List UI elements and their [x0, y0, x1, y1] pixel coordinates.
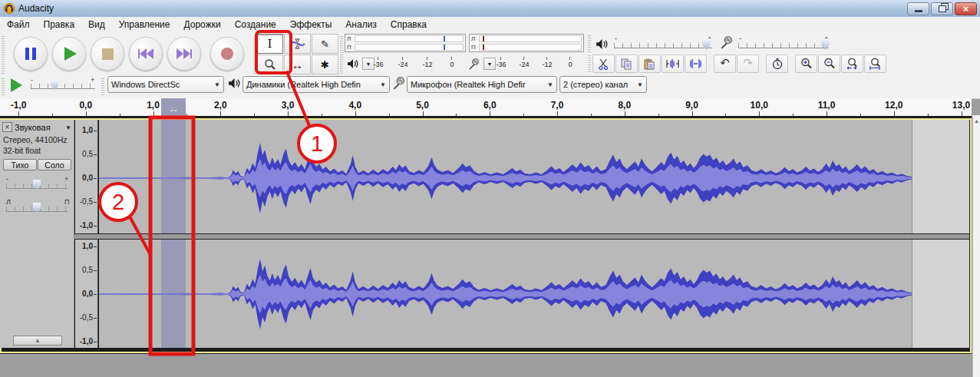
output-volume-slider[interactable]: [614, 43, 712, 48]
input-channels-dropdown[interactable]: 2 (стерео) канал ▼: [559, 76, 647, 93]
timeshift-tool-icon: ↔: [292, 58, 303, 71]
timeline-major-tick: [557, 111, 558, 116]
timeline-major-tick: [220, 111, 221, 116]
mute-button[interactable]: Тихо: [3, 159, 37, 170]
timeline-label-8,0: 8,0: [608, 100, 642, 111]
meter-scale-tick: [546, 57, 547, 60]
multi-tool-button[interactable]: ✱: [312, 55, 338, 74]
output-volume-speaker: [596, 38, 608, 53]
play-meter-speaker-button[interactable]: [343, 55, 361, 72]
paste-icon: [644, 58, 655, 70]
timeshift-tool-button[interactable]: ↔: [284, 55, 311, 74]
fit-project-button[interactable]: [864, 55, 886, 73]
clock-icon: [771, 58, 784, 70]
stop-button[interactable]: [91, 37, 124, 71]
playback-meter[interactable]: Л П: [345, 34, 466, 52]
zoom-out-button[interactable]: [818, 55, 840, 73]
vertical-scrollbar[interactable]: ▲: [972, 115, 980, 377]
chevron-down-icon: ▼: [635, 81, 643, 88]
selection-tool-button[interactable]: I: [256, 34, 283, 54]
menu-item-Правка[interactable]: Правка: [37, 18, 82, 31]
timeline-label-6,0: 6,0: [473, 100, 506, 111]
envelope-tool-button[interactable]: [284, 34, 311, 54]
menu-item-Вид[interactable]: Вид: [81, 18, 112, 31]
silence-audio-button[interactable]: [685, 55, 707, 73]
redo-button[interactable]: ↷: [737, 55, 759, 73]
recording-meter[interactable]: Л П: [469, 34, 584, 52]
chevron-down-icon: ▼: [65, 124, 73, 131]
menu-item-Файл[interactable]: Файл: [0, 18, 37, 31]
skip-to-start-button[interactable]: [129, 37, 163, 71]
vruler-tick: [94, 270, 97, 271]
timeline-minor-tick: [658, 114, 659, 116]
menu-item-Управление[interactable]: Управление: [112, 18, 177, 31]
menu-item-Анализ[interactable]: Анализ: [338, 18, 384, 31]
speed-slider[interactable]: [31, 84, 95, 89]
play-button[interactable]: [52, 37, 86, 71]
waveform-path: [99, 159, 912, 197]
fit-selection-button[interactable]: [841, 55, 863, 73]
close-button[interactable]: ×: [955, 2, 977, 15]
vruler-tick: [94, 226, 97, 227]
menu-item-Эффекты[interactable]: Эффекты: [283, 18, 339, 31]
vruler-tick: [94, 342, 97, 342]
speaker-icon: [596, 38, 608, 50]
device-toolbar-grip[interactable]: [101, 77, 104, 95]
rec-meter-right-label: П: [471, 44, 476, 51]
draw-tool-button[interactable]: ✎: [312, 34, 338, 54]
input-device-dropdown[interactable]: Микрофон (Realtek High Defir ▼: [407, 76, 557, 93]
vruler-tick: [94, 246, 97, 247]
chevron-down-icon: ▼: [487, 61, 493, 67]
cut-button[interactable]: ↶: [592, 55, 615, 73]
menu-item-Справка[interactable]: Справка: [384, 18, 434, 31]
audio-host-dropdown[interactable]: Windows DirectSc ▼: [107, 76, 224, 93]
undo-button[interactable]: ↶: [714, 55, 736, 73]
sync-lock-button[interactable]: [766, 55, 788, 73]
meter-scale-label: -12: [539, 61, 556, 68]
transcription-toolbar-grip[interactable]: [2, 77, 5, 95]
fit-project-icon: [869, 58, 883, 70]
transport-toolbar-grip[interactable]: [2, 35, 5, 74]
solo-button[interactable]: Соло: [38, 159, 71, 170]
timeline-minor-tick: [322, 114, 322, 116]
play-meter-bar-right: [355, 44, 464, 51]
menu-item-Дорожки[interactable]: Дорожки: [177, 18, 228, 31]
track-name-menu[interactable]: Звуковая ▼: [15, 122, 73, 133]
meter-scale-label: 0: [562, 61, 579, 68]
timeline-label-10,0: 10,0: [742, 100, 776, 111]
rec-meter-mic-button[interactable]: [465, 55, 482, 72]
undo-icon: ↶: [720, 56, 730, 70]
timeline-minor-tick: [928, 114, 929, 116]
collapse-track-button[interactable]: ▲: [13, 336, 62, 346]
menu-item-Создание[interactable]: Создание: [228, 18, 283, 31]
pause-icon: [25, 48, 36, 60]
play-at-speed-button[interactable]: [8, 77, 25, 94]
timeline-minor-tick: [254, 114, 255, 116]
timeline-major-tick: [759, 111, 760, 116]
close-track-button[interactable]: ×: [2, 122, 12, 132]
restore-button[interactable]: [931, 2, 953, 15]
minimize-button[interactable]: [907, 2, 929, 15]
timeline-major-tick: [625, 111, 625, 116]
zoom-in-button[interactable]: [795, 55, 817, 73]
paste-button[interactable]: [638, 55, 661, 73]
mixer-toolbar-grip[interactable]: [588, 35, 591, 52]
zoom-tool-button[interactable]: [256, 55, 283, 74]
stop-icon: [102, 48, 114, 60]
vruler-label-0,0: 0,0: [82, 289, 93, 298]
minimize-icon: [915, 10, 922, 12]
timeline-minor-tick: [120, 114, 120, 116]
trim-audio-button[interactable]: [662, 55, 684, 73]
output-device-dropdown[interactable]: Динамики (Realtek High Defin ▼: [243, 76, 390, 93]
edit-toolbar-grip[interactable]: [588, 55, 591, 72]
record-button[interactable]: [210, 37, 244, 71]
output-device-value: Динамики (Realtek High Defin: [246, 80, 361, 89]
timeline-ruler[interactable]: ↔ -1,00,01,02,03,04,05,06,07,08,09,010,0…: [0, 98, 972, 117]
pan-right-label: П: [64, 198, 69, 206]
pause-button[interactable]: [14, 37, 48, 71]
track-name: Звуковая: [15, 123, 51, 132]
skip-to-end-button[interactable]: [167, 37, 201, 71]
copy-button[interactable]: [615, 55, 638, 73]
vruler-label-0,5: 0,5: [82, 150, 93, 158]
input-volume-slider[interactable]: [738, 43, 829, 48]
